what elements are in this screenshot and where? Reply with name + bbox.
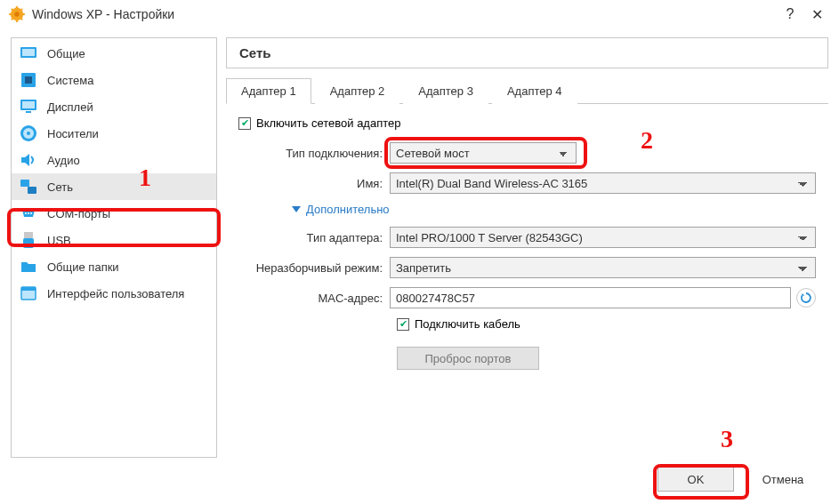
settings-sidebar: Общие Система Дисплей Носители Аудио Сет…: [11, 37, 217, 458]
sidebar-item-usb[interactable]: USB: [12, 227, 216, 253]
sidebar-item-shared-folders[interactable]: Общие папки: [12, 253, 216, 280]
tab-adapter-1[interactable]: Адаптер 1: [226, 78, 311, 104]
svg-point-1: [14, 12, 19, 16]
adapter-type-label: Тип адаптера:: [238, 231, 390, 244]
sidebar-item-label: Система: [47, 74, 93, 87]
adapter-form: ✔ Включить сетевой адаптер Тип подключен…: [226, 104, 828, 370]
sidebar-item-label: COM-порты: [47, 207, 110, 220]
cancel-button[interactable]: Отмена: [745, 467, 821, 492]
svg-point-6: [11, 8, 12, 10]
svg-point-24: [30, 212, 32, 214]
svg-point-2: [16, 6, 19, 9]
svg-point-8: [11, 18, 12, 20]
sidebar-item-label: Общие: [47, 47, 85, 60]
mac-input[interactable]: [390, 287, 791, 308]
main-panel: Сеть Адаптер 1 Адаптер 2 Адаптер 3 Адапт…: [226, 37, 828, 458]
connection-type-label: Тип подключения:: [238, 147, 390, 160]
sidebar-item-label: Сеть: [47, 180, 73, 194]
sidebar-item-display[interactable]: Дисплей: [12, 93, 216, 120]
tab-adapter-3[interactable]: Адаптер 3: [403, 78, 488, 104]
page-title: Сеть: [226, 37, 828, 68]
svg-rect-21: [28, 187, 36, 194]
enable-adapter-checkbox[interactable]: ✔: [238, 117, 251, 130]
dialog-button-bar: OK Отмена: [0, 458, 839, 504]
sidebar-item-label: Носители: [47, 127, 99, 140]
mac-label: MAC-адрес:: [238, 292, 390, 305]
close-button[interactable]: ✕: [803, 6, 830, 23]
advanced-label: Дополнительно: [306, 203, 390, 216]
ok-button[interactable]: OK: [657, 467, 734, 492]
svg-point-22: [25, 212, 27, 214]
refresh-mac-button[interactable]: [796, 288, 816, 308]
svg-point-3: [16, 20, 19, 22]
usb-icon: [19, 230, 38, 250]
sidebar-item-label: Интерфейс пользователя: [47, 287, 184, 300]
svg-point-19: [27, 132, 30, 135]
name-label: Имя:: [238, 177, 390, 190]
svg-point-23: [28, 212, 29, 214]
port-forwarding-button[interactable]: Проброс портов: [397, 347, 539, 370]
serial-port-icon: [19, 204, 38, 223]
svg-point-7: [20, 8, 22, 10]
display-icon: [19, 97, 38, 116]
connect-cable-label: Подключить кабель: [415, 317, 520, 331]
sidebar-item-label: Дисплей: [47, 100, 93, 114]
sidebar-item-label: Общие папки: [47, 260, 119, 274]
settings-window: Windows XP - Настройки ? ✕ Общие Система…: [0, 0, 839, 504]
svg-rect-15: [22, 101, 35, 108]
adapter-type-select[interactable]: Intel PRO/1000 T Server (82543GC): [390, 227, 816, 248]
refresh-icon: [800, 292, 812, 304]
svg-point-4: [9, 13, 12, 16]
sidebar-item-label: Аудио: [47, 154, 80, 167]
svg-rect-11: [22, 49, 35, 56]
triangle-down-icon: [292, 206, 301, 212]
app-icon: [9, 6, 25, 22]
sidebar-item-network[interactable]: Сеть: [12, 173, 216, 200]
audio-icon: [19, 150, 38, 170]
svg-rect-26: [23, 238, 34, 248]
storage-icon: [19, 124, 38, 143]
promiscuous-label: Неразборчивый режим:: [238, 261, 390, 275]
svg-point-9: [20, 18, 22, 20]
folder-icon: [19, 257, 38, 276]
sidebar-item-ui[interactable]: Интерфейс пользователя: [12, 280, 216, 307]
promiscuous-select[interactable]: Запретить: [390, 257, 816, 278]
connection-type-select[interactable]: Сетевой мост: [390, 142, 577, 164]
network-icon: [19, 177, 38, 196]
svg-rect-20: [20, 180, 29, 187]
sidebar-item-audio[interactable]: Аудио: [12, 147, 216, 173]
sidebar-item-serial[interactable]: COM-порты: [12, 200, 216, 227]
svg-point-5: [22, 13, 25, 16]
svg-rect-16: [26, 111, 31, 113]
adapter-tabs: Адаптер 1 Адаптер 2 Адаптер 3 Адаптер 4: [226, 77, 828, 104]
system-icon: [19, 70, 38, 90]
content-area: Общие Система Дисплей Носители Аудио Сет…: [0, 28, 839, 458]
name-select[interactable]: Intel(R) Dual Band Wireless-AC 3165: [390, 172, 816, 194]
tab-adapter-4[interactable]: Адаптер 4: [492, 78, 577, 104]
ui-icon: [19, 284, 38, 303]
connect-cable-checkbox[interactable]: ✔: [397, 318, 409, 331]
sidebar-item-general[interactable]: Общие: [12, 40, 216, 67]
svg-rect-25: [24, 232, 33, 238]
sidebar-item-label: USB: [47, 234, 71, 247]
general-icon: [19, 44, 38, 63]
advanced-toggle[interactable]: Дополнительно: [292, 203, 816, 216]
sidebar-item-system[interactable]: Система: [12, 67, 216, 93]
tab-adapter-2[interactable]: Адаптер 2: [315, 78, 400, 104]
titlebar: Windows XP - Настройки ? ✕: [0, 0, 839, 28]
window-title: Windows XP - Настройки: [32, 7, 777, 21]
svg-rect-13: [25, 76, 32, 84]
help-button[interactable]: ?: [777, 6, 803, 22]
enable-adapter-label: Включить сетевой адаптер: [256, 116, 400, 130]
sidebar-item-storage[interactable]: Носители: [12, 120, 216, 147]
svg-rect-28: [21, 287, 36, 291]
